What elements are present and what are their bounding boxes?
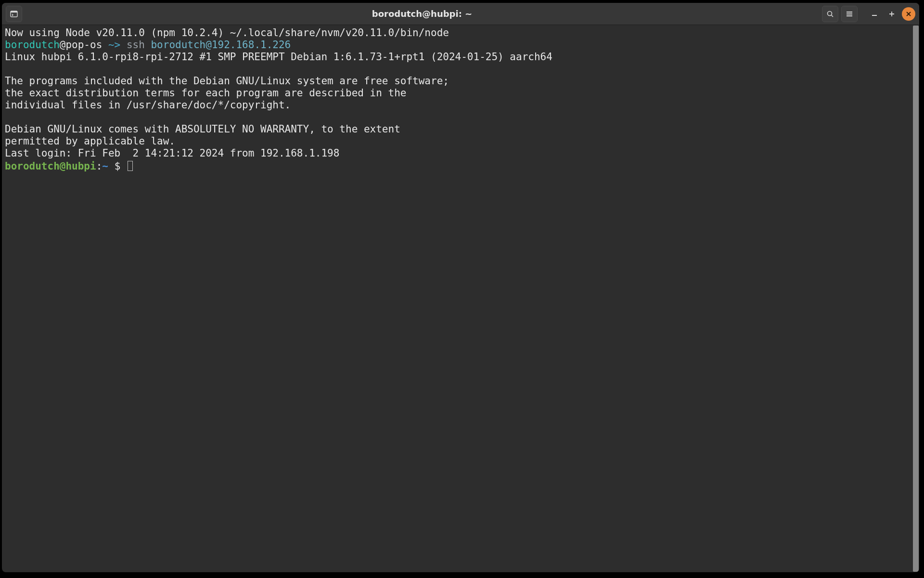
scrollbar-thumb[interactable]: [913, 26, 919, 572]
minimize-icon: [871, 11, 878, 17]
search-button[interactable]: [822, 6, 838, 22]
minimize-button[interactable]: [867, 7, 882, 21]
local-at-host: @pop-os: [60, 39, 103, 51]
line-nvm: Now using Node v20.11.0 (npm 10.2.4) ~/.…: [5, 27, 449, 39]
maximize-button[interactable]: [885, 7, 899, 21]
close-icon: [906, 11, 911, 17]
local-path: ~>: [102, 39, 127, 51]
line-motd2: the exact distribution terms for each pr…: [5, 87, 406, 99]
cmd-arg: borodutch@192.168.1.226: [151, 39, 291, 51]
line-motd1: The programs included with the Debian GN…: [5, 75, 449, 87]
remote-sep: [108, 160, 115, 172]
remote-path: ~: [102, 160, 108, 172]
search-icon: [826, 10, 834, 18]
line-motd5: permitted by applicable law.: [5, 135, 175, 147]
window-title: borodutch@hubpi: ~: [22, 9, 822, 19]
local-user: borodutch: [5, 39, 60, 51]
remote-colon: :: [96, 160, 103, 172]
terminal-icon: [10, 10, 18, 18]
svg-line-3: [832, 15, 834, 17]
terminal-viewport[interactable]: Now using Node v20.11.0 (npm 10.2.4) ~/.…: [2, 25, 919, 572]
new-tab-button[interactable]: [6, 6, 22, 22]
cmd-ssh: ssh: [127, 39, 151, 51]
terminal-window: borodutch@hubpi: ~: [2, 3, 919, 572]
close-button[interactable]: [902, 7, 915, 21]
menu-button[interactable]: [841, 6, 858, 22]
remote-dollar: $: [115, 160, 121, 172]
remote-userhost: borodutch@hubpi: [5, 160, 96, 172]
svg-rect-1: [11, 11, 17, 13]
svg-point-2: [828, 11, 832, 15]
line-motd3: individual files in /usr/share/doc/*/cop…: [5, 99, 291, 111]
terminal-text[interactable]: Now using Node v20.11.0 (npm 10.2.4) ~/.…: [2, 25, 912, 572]
line-uname: Linux hubpi 6.1.0-rpi8-rpi-2712 #1 SMP P…: [5, 51, 552, 63]
plus-icon: [888, 11, 895, 17]
titlebar: borodutch@hubpi: ~: [2, 3, 919, 25]
hamburger-icon: [846, 10, 853, 18]
line-motd4: Debian GNU/Linux comes with ABSOLUTELY N…: [5, 123, 400, 135]
line-last: Last login: Fri Feb 2 14:21:12 2024 from…: [5, 147, 339, 159]
cursor: [128, 161, 133, 171]
